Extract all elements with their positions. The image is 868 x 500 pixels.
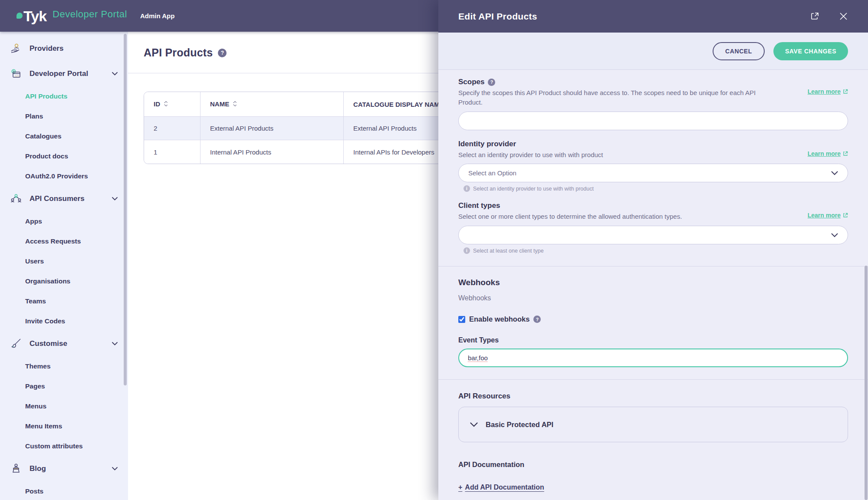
identity-provider-label: Identity provider: [458, 140, 516, 148]
identity-learn-more-link[interactable]: Learn more: [808, 150, 848, 157]
sidebar-item-plans[interactable]: Plans: [0, 106, 128, 126]
webhooks-subheading: Webhooks: [458, 294, 848, 302]
sidebar-item-oauth2-0-providers[interactable]: OAuth2.0 Providers: [0, 166, 128, 186]
drawer-title: Edit API Products: [458, 11, 537, 22]
chevron-down-icon: [112, 342, 118, 345]
sidebar-item-menus[interactable]: Menus: [0, 396, 128, 416]
identity-provider-description: Select an identity provider to use with …: [458, 150, 603, 160]
webhooks-heading: Webhooks: [458, 278, 848, 287]
save-changes-button[interactable]: SAVE CHANGES: [773, 42, 848, 60]
drawer-scrollbar[interactable]: [865, 266, 868, 500]
sidebar-section-label: API Consumers: [30, 194, 85, 203]
sidebar-section-label: Blog: [30, 464, 46, 473]
add-api-documentation-link[interactable]: + Add API Documentation: [458, 484, 544, 491]
cell-name: Internal API Products: [201, 140, 344, 164]
sidebar: Providers</>Developer PortalAPI Products…: [0, 32, 128, 500]
sidebar-section-label: Developer Portal: [30, 69, 88, 78]
drawer-actions-bar: CANCEL SAVE CHANGES: [438, 33, 868, 70]
sidebar-item-organisations[interactable]: Organisations: [0, 271, 128, 291]
sidebar-item-users[interactable]: Users: [0, 251, 128, 271]
customise-icon: [10, 337, 23, 350]
cell-id: 2: [144, 117, 201, 140]
info-icon: i: [464, 247, 470, 254]
logo-product-label: Developer Portal: [53, 9, 127, 20]
sort-icon[interactable]: [164, 100, 168, 109]
sidebar-scrollbar[interactable]: [124, 34, 127, 385]
chevron-down-icon: [831, 171, 838, 175]
info-icon: i: [464, 185, 470, 192]
svg-text:</>: </>: [15, 74, 20, 77]
column-header-id[interactable]: ID: [144, 92, 201, 117]
chevron-down-icon: [831, 233, 838, 237]
sidebar-item-catalogues[interactable]: Catalogues: [0, 126, 128, 146]
open-in-new-window-icon[interactable]: [810, 12, 819, 21]
client-types-label: Client types: [458, 201, 500, 210]
scopes-help-icon[interactable]: ?: [488, 79, 495, 86]
sidebar-item-apps[interactable]: Apps: [0, 211, 128, 231]
event-types-value[interactable]: bar,foo: [468, 354, 488, 362]
divider: [438, 379, 868, 380]
chevron-down-icon: [112, 197, 118, 201]
api-resource-accordion[interactable]: Basic Protected API: [458, 407, 848, 442]
edit-api-products-drawer: Edit API Products CANCEL SAVE CHANGES Sc…: [438, 0, 868, 500]
identity-provider-select[interactable]: Select an Option: [458, 164, 848, 182]
external-link-icon: [843, 151, 848, 156]
providers-icon: [10, 42, 23, 55]
cancel-button[interactable]: CANCEL: [713, 42, 765, 60]
sidebar-item-api-products[interactable]: API Products: [0, 86, 128, 106]
divider: [438, 266, 868, 266]
cell-name: External API Products: [201, 117, 344, 140]
tyk-logo[interactable]: Tyk Developer Portal: [16, 9, 127, 23]
drawer-body: Scopes ? Specify the scopes this API Pro…: [438, 70, 868, 500]
sidebar-item-invite-codes[interactable]: Invite Codes: [0, 311, 128, 331]
scopes-input[interactable]: [458, 112, 848, 130]
sidebar-section-developer-portal[interactable]: </>Developer Portal: [0, 61, 128, 86]
sort-icon[interactable]: [233, 100, 237, 109]
chevron-down-icon: [112, 72, 118, 76]
sidebar-item-product-docs[interactable]: Product docs: [0, 146, 128, 166]
identity-provider-hint: Select an identity provider to use with …: [473, 186, 594, 192]
sidebar-section-blog[interactable]: Blog: [0, 456, 128, 481]
blog-icon: [10, 462, 23, 475]
sidebar-section-providers[interactable]: Providers: [0, 36, 128, 61]
sidebar-section-label: Providers: [30, 44, 63, 53]
event-types-label: Event Types: [458, 336, 848, 344]
page-help-icon[interactable]: ?: [218, 49, 227, 57]
sidebar-section-customise[interactable]: Customise: [0, 331, 128, 356]
event-types-input[interactable]: bar,foo: [458, 349, 848, 367]
client-types-hint: Select at least one client type: [473, 248, 544, 254]
scopes-description: Specify the scopes this API Product shou…: [458, 88, 775, 107]
scopes-input-field[interactable]: [467, 117, 839, 125]
sidebar-item-themes[interactable]: Themes: [0, 356, 128, 376]
api-resource-name: Basic Protected API: [486, 421, 553, 429]
client-types-description: Select one or more client types to deter…: [458, 212, 682, 221]
client-types-learn-more-link[interactable]: Learn more: [808, 212, 848, 219]
sidebar-item-custom-attributes[interactable]: Custom attributes: [0, 436, 128, 456]
webhooks-help-icon[interactable]: ?: [533, 316, 541, 323]
sidebar-item-posts[interactable]: Posts: [0, 481, 128, 500]
sidebar-item-pages[interactable]: Pages: [0, 376, 128, 396]
developer-portal-icon: </>: [10, 67, 23, 80]
page-title: API Products: [144, 46, 213, 59]
scopes-label: Scopes: [458, 78, 484, 86]
api-documentation-heading: API Documentation: [458, 461, 848, 469]
close-icon[interactable]: [838, 12, 848, 21]
external-link-icon: [843, 89, 848, 94]
column-header-name[interactable]: NAME: [201, 92, 344, 117]
sidebar-nav: Providers</>Developer PortalAPI Products…: [0, 36, 128, 500]
cell-id: 1: [144, 140, 201, 164]
sidebar-section-label: Customise: [30, 339, 67, 348]
client-types-select[interactable]: [458, 226, 848, 244]
identity-provider-selected-value: Select an Option: [468, 169, 516, 177]
sidebar-item-access-requests[interactable]: Access Requests: [0, 231, 128, 251]
enable-webhooks-label[interactable]: Enable webhooks: [469, 315, 529, 323]
api-resources-heading: API Resources: [458, 392, 848, 401]
api-consumers-icon: [10, 192, 23, 205]
scopes-learn-more-link[interactable]: Learn more: [808, 88, 848, 95]
enable-webhooks-checkbox[interactable]: [458, 316, 465, 323]
admin-app-label: Admin App: [140, 12, 174, 20]
sidebar-item-menu-items[interactable]: Menu Items: [0, 416, 128, 436]
sidebar-section-api-consumers[interactable]: API Consumers: [0, 186, 128, 211]
sidebar-item-teams[interactable]: Teams: [0, 291, 128, 311]
drawer-header: Edit API Products: [438, 0, 868, 33]
